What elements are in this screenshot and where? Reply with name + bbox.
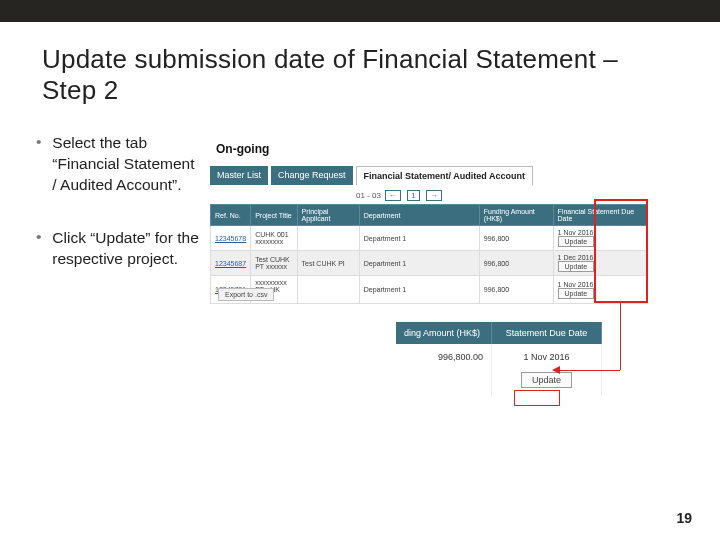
zoom-header: ding Amount (HK$) Statement Due Date	[396, 322, 646, 344]
zoom-due: 1 Nov 2016	[523, 352, 569, 362]
projects-table: Ref. No. Project Title Principal Applica…	[210, 204, 648, 304]
page-number: 19	[676, 510, 692, 526]
col-dept: Department	[359, 205, 479, 226]
pager-range: 01 - 03	[356, 191, 381, 200]
cell-pa: Test CUHK PI	[297, 251, 359, 276]
app-screenshot-zoom: ding Amount (HK$) Statement Due Date 996…	[396, 322, 646, 396]
section-heading: On-going	[216, 142, 650, 156]
col-amount: Funding Amount (HK$)	[479, 205, 553, 226]
update-button[interactable]: Update	[558, 261, 595, 272]
pager-current: 1	[407, 190, 419, 201]
col-pa: Principal Applicant	[297, 205, 359, 226]
bullet-dot: •	[36, 228, 48, 246]
table-pager: 01 - 03 ← 1 →	[210, 190, 590, 201]
col-ref: Ref. No.	[211, 205, 251, 226]
table-row: 12345687 Test CUHKPT xxxxxx Test CUHK PI…	[211, 251, 648, 276]
update-button[interactable]: Update	[558, 288, 595, 299]
cell-dept: Department 1	[359, 251, 479, 276]
cell-title: CUHK 001xxxxxxxx	[251, 226, 297, 251]
callout-box-update	[514, 390, 560, 406]
bullet-item: • Click “Update” for the respective proj…	[36, 228, 206, 270]
bullet-dot: •	[36, 133, 48, 151]
instruction-bullets: • Select the tab “Financial Statement / …	[36, 133, 206, 302]
tab-financial-statement[interactable]: Financial Statement/ Audited Account	[356, 166, 533, 185]
cell-amount: 996,800	[479, 276, 553, 304]
cell-amount: 996,800	[479, 226, 553, 251]
update-button[interactable]: Update	[558, 236, 595, 247]
tab-master-list[interactable]: Master List	[210, 166, 268, 185]
bullet-item: • Select the tab “Financial Statement / …	[36, 133, 206, 196]
callout-arrowhead-icon	[552, 366, 560, 374]
tab-change-request[interactable]: Change Request	[271, 166, 353, 185]
cell-amount: 996,800	[479, 251, 553, 276]
pager-next[interactable]: →	[426, 190, 442, 201]
cell-dept: Department 1	[359, 276, 479, 304]
callout-box-column	[594, 199, 648, 303]
update-button-zoom[interactable]: Update	[521, 372, 572, 388]
tab-bar: Master List Change Request Financial Sta…	[210, 166, 650, 185]
callout-connector-h	[560, 370, 620, 371]
cell-pa	[297, 226, 359, 251]
bullet-text: Click “Update” for the respective projec…	[52, 228, 202, 270]
table-row: 12345721 xxxxxxxxxPT - HK 001 Department…	[211, 276, 648, 304]
cell-dept: Department 1	[359, 226, 479, 251]
ref-link[interactable]: 12345687	[211, 251, 251, 276]
export-button[interactable]: Export to .csv	[218, 288, 274, 301]
slide-top-bar	[0, 0, 720, 22]
cell-pa	[297, 276, 359, 304]
pager-prev[interactable]: ←	[385, 190, 401, 201]
ref-link[interactable]: 12345678	[211, 226, 251, 251]
bullet-text: Select the tab “Financial Statement / Au…	[52, 133, 202, 196]
zoom-amount: 996,800.00	[396, 344, 492, 396]
slide-title: Update submission date of Financial Stat…	[42, 44, 678, 106]
cell-title: Test CUHKPT xxxxxx	[251, 251, 297, 276]
zoom-col-due: Statement Due Date	[492, 322, 602, 344]
callout-connector-v	[620, 303, 621, 370]
zoom-col-amount: ding Amount (HK$)	[396, 322, 492, 344]
col-title: Project Title	[251, 205, 297, 226]
table-row: 12345678 CUHK 001xxxxxxxx Department 1 9…	[211, 226, 648, 251]
app-screenshot-main: On-going Master List Change Request Fina…	[210, 142, 650, 304]
